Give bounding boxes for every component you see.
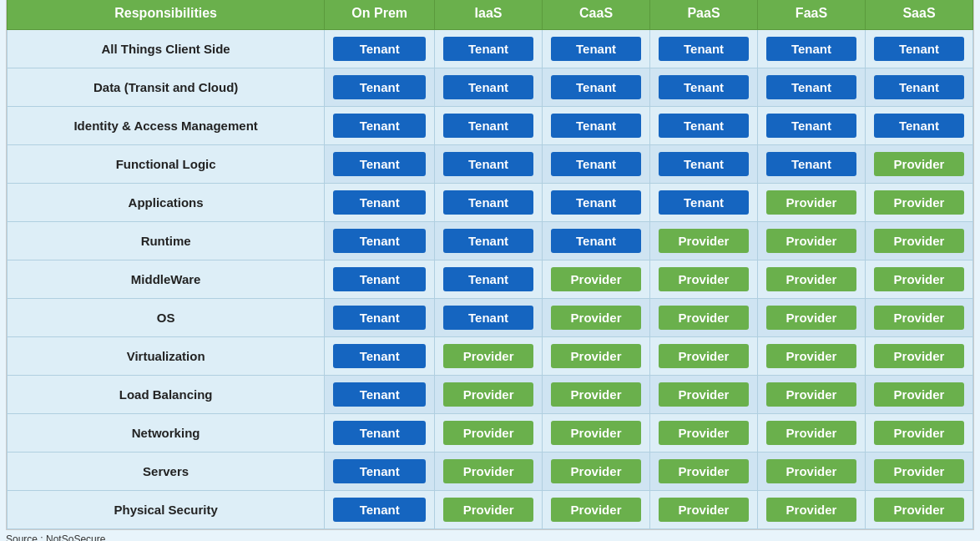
cell-1-1: Tenant [435, 68, 543, 107]
header-responsibilities: Responsibilities [8, 0, 325, 30]
cell-8-4: Provider [758, 337, 866, 376]
tenant-badge: Tenant [874, 75, 964, 99]
provider-badge: Provider [874, 306, 964, 330]
cell-11-2: Provider [543, 453, 650, 491]
provider-badge: Provider [874, 229, 964, 253]
cell-10-3: Provider [650, 414, 758, 453]
cell-10-0: Tenant [325, 414, 435, 453]
cell-10-4: Provider [758, 414, 866, 453]
cell-8-0: Tenant [325, 337, 435, 376]
row-label: Data (Transit and Cloud) [8, 68, 325, 107]
provider-badge: Provider [874, 190, 964, 215]
tenant-badge: Tenant [333, 114, 426, 138]
provider-badge: Provider [874, 267, 964, 291]
cell-4-1: Tenant [435, 184, 543, 222]
provider-badge: Provider [766, 344, 856, 368]
provider-badge: Provider [766, 306, 856, 330]
cell-8-2: Provider [543, 337, 650, 376]
provider-badge: Provider [659, 306, 749, 330]
table-row: OSTenantTenantProviderProviderProviderPr… [8, 299, 973, 337]
row-label: Identity & Access Management [8, 107, 325, 145]
table-row: VirtualizationTenantProviderProviderProv… [8, 337, 973, 376]
cell-3-4: Tenant [758, 145, 866, 184]
provider-badge: Provider [551, 267, 641, 291]
cell-9-5: Provider [865, 376, 972, 414]
tenant-badge: Tenant [551, 37, 641, 61]
cell-1-0: Tenant [325, 68, 435, 107]
cell-6-0: Tenant [325, 260, 435, 299]
cell-12-5: Provider [865, 491, 972, 529]
row-label: Virtualization [8, 337, 325, 376]
cell-3-2: Tenant [543, 145, 650, 184]
table-row: MiddleWareTenantTenantProviderProviderPr… [8, 260, 973, 299]
cell-1-5: Tenant [865, 68, 972, 107]
cell-4-5: Provider [865, 184, 972, 222]
header-saas: SaaS [865, 0, 972, 30]
tenant-badge: Tenant [333, 382, 426, 407]
tenant-badge: Tenant [659, 190, 749, 215]
cell-11-1: Provider [435, 453, 543, 491]
provider-badge: Provider [659, 459, 749, 483]
tenant-badge: Tenant [443, 152, 533, 176]
table-row: Physical SecurityTenantProviderProviderP… [8, 491, 973, 529]
tenant-badge: Tenant [551, 75, 641, 99]
cell-8-5: Provider [865, 337, 972, 376]
cell-5-0: Tenant [325, 222, 435, 260]
header-iaas: IaaS [435, 0, 543, 30]
row-label: Functional Logic [8, 145, 325, 184]
cell-9-0: Tenant [325, 376, 435, 414]
tenant-badge: Tenant [443, 37, 533, 61]
cell-0-3: Tenant [650, 30, 758, 68]
tenant-badge: Tenant [551, 114, 641, 138]
table-row: ApplicationsTenantTenantTenantTenantProv… [8, 184, 973, 222]
tenant-badge: Tenant [659, 75, 749, 99]
cell-3-1: Tenant [435, 145, 543, 184]
cell-1-2: Tenant [543, 68, 650, 107]
tenant-badge: Tenant [443, 190, 533, 215]
cell-9-2: Provider [543, 376, 650, 414]
table-row: NetworkingTenantProviderProviderProvider… [8, 414, 973, 453]
cell-0-4: Tenant [758, 30, 866, 68]
tenant-badge: Tenant [766, 37, 856, 61]
cell-6-2: Provider [543, 260, 650, 299]
provider-badge: Provider [874, 344, 964, 368]
cell-10-1: Provider [435, 414, 543, 453]
tenant-badge: Tenant [333, 229, 426, 253]
tenant-badge: Tenant [333, 190, 426, 215]
tenant-badge: Tenant [443, 306, 533, 330]
provider-badge: Provider [443, 421, 533, 445]
provider-badge: Provider [766, 459, 856, 483]
cell-1-3: Tenant [650, 68, 758, 107]
source-label: Source : NotSoSecure [6, 530, 974, 541]
provider-badge: Provider [551, 306, 641, 330]
cell-12-3: Provider [650, 491, 758, 529]
responsibility-table: Responsibilities On Prem IaaS CaaS PaaS … [6, 0, 974, 530]
cell-12-4: Provider [758, 491, 866, 529]
provider-badge: Provider [551, 459, 641, 483]
row-label: MiddleWare [8, 260, 325, 299]
tenant-badge: Tenant [659, 114, 749, 138]
cell-5-3: Provider [650, 222, 758, 260]
cell-12-2: Provider [543, 491, 650, 529]
provider-badge: Provider [874, 382, 964, 407]
row-label: Applications [8, 184, 325, 222]
cell-0-0: Tenant [325, 30, 435, 68]
row-label: All Things Client Side [8, 30, 325, 68]
provider-badge: Provider [766, 382, 856, 407]
tenant-badge: Tenant [333, 152, 426, 176]
table-row: Identity & Access ManagementTenantTenant… [8, 107, 973, 145]
tenant-badge: Tenant [874, 114, 964, 138]
cell-11-5: Provider [865, 453, 972, 491]
cell-5-4: Provider [758, 222, 866, 260]
cell-2-5: Tenant [865, 107, 972, 145]
provider-badge: Provider [659, 267, 749, 291]
cell-4-3: Tenant [650, 184, 758, 222]
cell-3-5: Provider [865, 145, 972, 184]
provider-badge: Provider [551, 421, 641, 445]
cell-8-3: Provider [650, 337, 758, 376]
header-onprem: On Prem [325, 0, 435, 30]
cell-4-0: Tenant [325, 184, 435, 222]
tenant-badge: Tenant [443, 229, 533, 253]
cell-9-4: Provider [758, 376, 866, 414]
cell-6-3: Provider [650, 260, 758, 299]
